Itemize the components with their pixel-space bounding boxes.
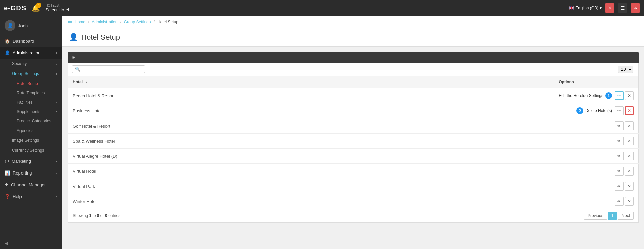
delete-btn-3[interactable]: ✕ [625, 137, 634, 145]
breadcrumb-home[interactable]: Home [75, 20, 85, 24]
sort-hotel-icon: ▲ [85, 80, 88, 84]
breadcrumb-sep-3: / [154, 20, 155, 24]
sidebar-item-supplements[interactable]: Supplements ◂ [0, 107, 62, 116]
prev-page-btn[interactable]: Previous [584, 212, 607, 220]
delete-btn-4[interactable]: ✕ [625, 152, 634, 160]
sidebar-label-supplements: Supplements [17, 109, 40, 114]
notifications-bell[interactable]: 🔔 4 [32, 4, 40, 12]
breadcrumb-administration[interactable]: Administration [92, 20, 117, 24]
showing-text: Showing 1 to 8 of 8 entries [73, 213, 120, 218]
sidebar-item-help[interactable]: ❓ Help ◂ [0, 191, 62, 202]
edit-callout: Edit the Hotel(s) Settings 1 [559, 92, 612, 99]
options-buttons-1: ✏ ✕ [615, 106, 634, 115]
sidebar-item-hotel-setup[interactable]: Hotel Setup [0, 79, 62, 88]
page-header: 👤 Hotel Setup [62, 28, 644, 47]
next-page-btn[interactable]: Next [618, 212, 634, 220]
table-toolbar: ⊞ [68, 52, 639, 63]
select-hotel[interactable]: Select Hotel [45, 7, 69, 12]
sidebar-collapse-btn[interactable]: ◀ [0, 237, 62, 249]
edit-btn-5[interactable]: ✏ [615, 167, 624, 176]
edit-btn-7[interactable]: ✏ [615, 197, 624, 206]
table-row: Business Hotel 2 Delete Hotel(s) [68, 103, 639, 118]
table-grid-icon: ⊞ [72, 55, 76, 60]
callout-bubble-1: 1 [605, 92, 612, 99]
table-row: Virtual Hotel ✏ ✕ [68, 164, 639, 179]
options-cell-2: ✏ ✕ [554, 118, 638, 134]
options-cell-4: ✏ ✕ [554, 149, 638, 164]
search-box[interactable]: 🔍 [72, 65, 145, 73]
sidebar-item-rate-templates[interactable]: Rate Templates [0, 88, 62, 98]
current-page-btn[interactable]: 1 [608, 212, 617, 220]
edit-btn-0[interactable]: ✏ [615, 91, 624, 100]
sidebar-item-group-settings[interactable]: Group Settings ▾ [0, 69, 62, 79]
delete-btn-0[interactable]: ✕ [625, 91, 634, 100]
logout-nav-btn[interactable]: ➜ [631, 3, 640, 13]
sidebar-item-image-settings[interactable]: Image Settings [0, 135, 62, 145]
sidebar-label-marketing: Marketing [12, 159, 31, 164]
marketing-chevron-icon: ◂ [56, 159, 57, 163]
sidebar-label-administration: Administration [13, 50, 40, 55]
breadcrumb-back-btn[interactable]: ⬅ [68, 19, 72, 25]
sidebar-label-security: Security [12, 61, 27, 66]
sidebar-label-reporting: Reporting [13, 170, 32, 176]
hotel-name-1: Business Hotel [73, 108, 102, 113]
options-cell-7: ✏ ✕ [554, 194, 638, 209]
sidebar-item-agencies[interactable]: Agencies [0, 126, 62, 135]
sidebar-label-help: Help [13, 194, 22, 199]
delete-btn-6[interactable]: ✕ [625, 182, 634, 191]
sidebar-item-administration[interactable]: 👤 Administration ▾ [0, 47, 62, 59]
close-nav-btn[interactable]: ✕ [605, 3, 614, 13]
sidebar-item-channel-manager[interactable]: ✚ Channel Manager [0, 179, 62, 191]
sidebar-item-marketing[interactable]: 🏷 Marketing ◂ [0, 155, 62, 167]
delete-btn-2[interactable]: ✕ [625, 121, 634, 130]
delete-btn-5[interactable]: ✕ [625, 167, 634, 176]
hotels-table: Hotel ▲ Options Beach Hotel & Resort [68, 76, 639, 209]
breadcrumb-sep-2: / [120, 20, 121, 24]
sidebar-label-channel-manager: Channel Manager [11, 182, 46, 187]
sidebar-item-reporting[interactable]: 📊 Reporting ◂ [0, 167, 62, 179]
hotel-name-cell: Spa & Wellness Hotel [68, 134, 554, 149]
sidebar-item-dashboard[interactable]: 🏠 Dashboard [0, 35, 62, 47]
delete-btn-7[interactable]: ✕ [625, 197, 634, 206]
col-options: Options [554, 76, 638, 88]
content-area: ⬅ Home / Administration / Group Settings… [62, 16, 644, 249]
col-hotel[interactable]: Hotel ▲ [68, 76, 554, 88]
edit-btn-3[interactable]: ✏ [615, 137, 624, 145]
sidebar-item-product-categories[interactable]: Product Categories [0, 116, 62, 126]
hotel-selector[interactable]: HOTELS: Select Hotel [45, 4, 69, 12]
edit-btn-2[interactable]: ✏ [615, 121, 624, 130]
main-layout: 👤 Jonh 🏠 Dashboard 👤 Administration ▾ Se… [0, 16, 644, 249]
help-chevron-icon: ◂ [56, 195, 57, 198]
hotel-name-cell: Golf Hotel & Resort [68, 118, 554, 134]
search-input[interactable] [82, 67, 142, 72]
col-hotel-label: Hotel [73, 80, 83, 84]
breadcrumb-group-settings[interactable]: Group Settings [124, 20, 151, 24]
menu-nav-btn[interactable]: ☰ [618, 3, 627, 13]
channel-manager-icon: ✚ [5, 182, 8, 187]
bell-badge: 4 [36, 3, 41, 8]
showing-to: 8 [97, 213, 99, 218]
hotels-label: HOTELS: [45, 4, 69, 7]
language-selector[interactable]: 🇬🇧 English (GB) ▾ [569, 6, 602, 10]
options-cell-6: ✏ ✕ [554, 179, 638, 194]
top-nav: e-GDS 🔔 4 HOTELS: Select Hotel 🇬🇧 Englis… [0, 0, 644, 16]
sidebar-item-security[interactable]: Security ◂ [0, 59, 62, 69]
administration-icon: 👤 [5, 50, 10, 55]
page-header-icon: 👤 [69, 33, 78, 42]
per-page-select[interactable]: 10 25 50 [618, 66, 633, 73]
brand-logo: e-GDS [4, 4, 26, 12]
edit-btn-4[interactable]: ✏ [615, 152, 624, 160]
sidebar-item-facilities[interactable]: Facilities ◂ [0, 98, 62, 107]
hotel-name-0: Beach Hotel & Resort [73, 93, 115, 98]
security-chevron-icon: ◂ [56, 62, 57, 66]
breadcrumb: ⬅ Home / Administration / Group Settings… [62, 16, 644, 28]
table-row: Virtual Park ✏ ✕ [68, 179, 639, 194]
edit-btn-1[interactable]: ✏ [615, 106, 624, 115]
per-page-control: 10 25 50 [618, 66, 634, 73]
hotel-name-cell: Virtual Hotel [68, 164, 554, 179]
dashboard-icon: 🏠 [5, 39, 10, 44]
delete-btn-1[interactable]: ✕ [625, 106, 634, 115]
sidebar-item-currency-settings[interactable]: Currency Settings [0, 145, 62, 155]
sidebar-label-dashboard: Dashboard [13, 39, 34, 44]
edit-btn-6[interactable]: ✏ [615, 182, 624, 191]
